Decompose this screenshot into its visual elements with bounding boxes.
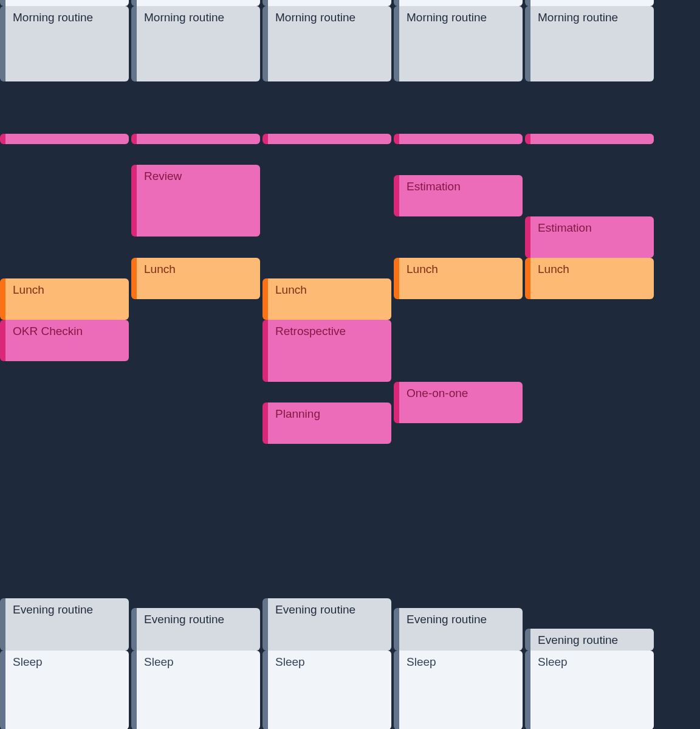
event-title: Planning	[275, 407, 320, 420]
event-title: Sleep	[144, 655, 174, 668]
event-title: Sleep	[13, 655, 43, 668]
event-title: Morning routine	[275, 11, 355, 24]
event-title: OKR Checkin	[13, 325, 83, 337]
calendar-event[interactable]: Lunch	[394, 258, 523, 299]
calendar-event[interactable]: Morning routine	[131, 6, 260, 81]
calendar-event[interactable]	[262, 0, 391, 6]
event-title: Morning routine	[407, 11, 487, 24]
calendar-event[interactable]: Sleep	[262, 651, 391, 729]
event-title: Estimation	[538, 221, 592, 234]
event-title: Morning routine	[538, 11, 618, 24]
calendar-event[interactable]: One-on-one	[394, 382, 523, 423]
calendar-event[interactable]: Estimation	[394, 175, 523, 216]
calendar-event[interactable]: Sleep	[525, 651, 654, 729]
calendar-event[interactable]: Planning	[262, 403, 391, 444]
calendar-event[interactable]: Retrospective	[262, 320, 391, 382]
event-title: Lunch	[13, 283, 44, 296]
calendar-event[interactable]	[525, 0, 654, 6]
calendar-event[interactable]	[262, 134, 391, 144]
calendar-event[interactable]	[0, 0, 129, 6]
calendar-event[interactable]: Sleep	[0, 651, 129, 729]
calendar-event[interactable]	[0, 134, 129, 144]
calendar-event[interactable]: Lunch	[0, 278, 129, 320]
event-title: Evening routine	[538, 634, 618, 646]
event-title: Evening routine	[407, 613, 487, 626]
calendar-event[interactable]: Morning routine	[525, 6, 654, 81]
calendar-event[interactable]: Evening routine	[131, 608, 260, 651]
calendar-event[interactable]	[394, 134, 523, 144]
event-title: Evening routine	[13, 603, 93, 616]
calendar-event[interactable]: Review	[131, 165, 260, 237]
event-title: Estimation	[407, 180, 461, 193]
calendar-event[interactable]	[394, 0, 523, 6]
calendar-event[interactable]: Morning routine	[0, 6, 129, 81]
calendar-event[interactable]: Morning routine	[262, 6, 391, 81]
calendar-event[interactable]: Lunch	[525, 258, 654, 299]
calendar-event[interactable]: Evening routine	[394, 608, 523, 651]
event-title: Lunch	[275, 283, 307, 296]
calendar-week-grid[interactable]: Morning routineMorning routineMorning ro…	[0, 0, 700, 729]
calendar-event[interactable]: Lunch	[131, 258, 260, 299]
calendar-event[interactable]: Lunch	[262, 278, 391, 320]
event-title: Review	[144, 170, 182, 182]
event-title: Lunch	[407, 263, 438, 275]
calendar-event[interactable]: Evening routine	[0, 598, 129, 651]
event-title: Sleep	[407, 655, 436, 668]
event-title: Morning routine	[13, 11, 93, 24]
event-title: Morning routine	[144, 11, 224, 24]
calendar-event[interactable]	[525, 134, 654, 144]
calendar-event[interactable]: Evening routine	[262, 598, 391, 651]
event-title: One-on-one	[407, 387, 468, 399]
event-title: Lunch	[144, 263, 176, 275]
calendar-event[interactable]	[131, 0, 260, 6]
event-title: Evening routine	[144, 613, 224, 626]
calendar-event[interactable]: Sleep	[394, 651, 523, 729]
event-title: Evening routine	[275, 603, 355, 616]
event-title: Sleep	[275, 655, 305, 668]
calendar-event[interactable]: Sleep	[131, 651, 260, 729]
event-title: Sleep	[538, 655, 568, 668]
calendar-event[interactable]: OKR Checkin	[0, 320, 129, 361]
event-title: Retrospective	[275, 325, 346, 337]
calendar-event[interactable]	[131, 134, 260, 144]
calendar-event[interactable]: Morning routine	[394, 6, 523, 81]
calendar-event[interactable]: Estimation	[525, 216, 654, 258]
event-title: Lunch	[538, 263, 569, 275]
calendar-event[interactable]: Evening routine	[525, 629, 654, 651]
